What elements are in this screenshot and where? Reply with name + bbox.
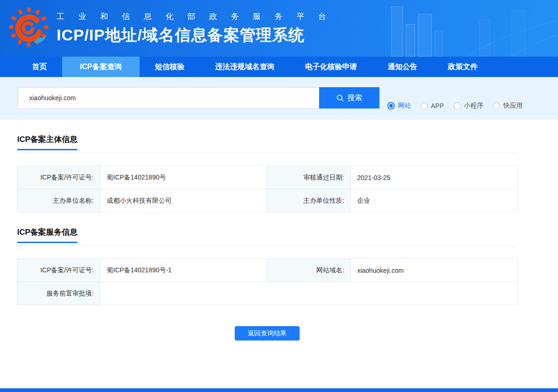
section-divider xyxy=(17,153,517,153)
field-label: 主办单位性质: xyxy=(267,189,351,212)
search-input[interactable] xyxy=(18,87,319,109)
main-nav: 首页 ICP备案查询 短信核验 违法违规域名查询 电子化核验申请 通知公告 政策… xyxy=(0,57,558,77)
radio-unchecked-icon xyxy=(421,103,428,109)
radio-checked-icon xyxy=(387,102,395,109)
field-value: 2021-03-25 xyxy=(351,166,518,189)
nav-item-illegal-domain-query[interactable]: 违法违规域名查询 xyxy=(200,57,290,77)
field-value: 蜀ICP备14021890号 xyxy=(100,166,267,189)
field-label: ICP备案/许可证号: xyxy=(18,259,100,282)
icp-beian-page: 工业和信息化部政务服务平台 ICP/IP地址/域名信息备案管理系统 首页 ICP… xyxy=(0,0,558,392)
radio-app[interactable]: APP xyxy=(421,102,444,109)
nav-item-icp-query[interactable]: ICP备案查询 xyxy=(62,57,140,77)
section-divider xyxy=(17,245,517,246)
search-button-label: 搜索 xyxy=(347,93,362,103)
field-value: 蜀ICP备14021890号-1 xyxy=(100,259,267,282)
magnifier-icon xyxy=(336,94,344,102)
header-cityscape-decoration xyxy=(372,0,558,57)
nav-item-home[interactable]: 首页 xyxy=(17,57,62,77)
search-type-radio-group: 网站 APP 小程序 快应用 xyxy=(387,102,523,110)
nav-item-sms-verify[interactable]: 短信核验 xyxy=(140,57,200,77)
subject-info-table: ICP备案/许可证号: 蜀ICP备14021890号 审核通过日期: 2021-… xyxy=(17,166,517,212)
field-value: 成都小火科技有限公司 xyxy=(100,189,267,212)
footer-bar xyxy=(0,388,558,392)
page-title: ICP/IP地址/域名信息备案管理系统 xyxy=(57,25,340,46)
button-row: 返回查询结果 xyxy=(17,326,517,341)
radio-website[interactable]: 网站 xyxy=(387,102,411,110)
gear-e-logo-icon xyxy=(8,5,49,51)
nav-item-e-verify-apply[interactable]: 电子化核验申请 xyxy=(290,57,372,77)
back-to-results-button[interactable]: 返回查询结果 xyxy=(235,326,300,341)
field-value: xiaohuokeji.com xyxy=(351,259,518,282)
nav-item-policy-docs[interactable]: 政策文件 xyxy=(433,57,493,77)
subject-section-title: ICP备案主体信息 xyxy=(17,134,77,150)
ministry-slogan: 工业和信息化部政务服务平台 xyxy=(57,11,340,22)
radio-unchecked-icon xyxy=(493,103,500,109)
field-value xyxy=(100,282,518,305)
radio-unchecked-icon xyxy=(454,103,461,109)
radio-miniprogram[interactable]: 小程序 xyxy=(454,102,483,110)
search-section: 搜索 网站 APP 小程序 快应用 xyxy=(0,77,558,120)
field-label: 审核通过日期: xyxy=(267,166,351,189)
radio-quickapp[interactable]: 快应用 xyxy=(493,102,523,110)
site-header: 工业和信息化部政务服务平台 ICP/IP地址/域名信息备案管理系统 xyxy=(0,0,558,57)
subject-section-header: ICP备案主体信息 xyxy=(17,134,517,153)
field-label: 服务前置审批项: xyxy=(18,282,100,305)
search-button[interactable]: 搜索 xyxy=(319,87,379,109)
nav-item-notices[interactable]: 通知公告 xyxy=(372,57,433,77)
service-section-header: ICP备案服务信息 xyxy=(17,227,517,246)
field-label: 网站域名: xyxy=(267,259,351,282)
main-content: ICP备案主体信息 ICP备案/许可证号: 蜀ICP备14021890号 审核通… xyxy=(0,134,558,341)
service-section-title: ICP备案服务信息 xyxy=(17,227,77,243)
field-label: 主办单位名称: xyxy=(18,189,100,212)
service-info-table: ICP备案/许可证号: 蜀ICP备14021890号-1 网站域名: xiaoh… xyxy=(17,258,517,305)
field-label: ICP备案/许可证号: xyxy=(18,166,100,189)
field-value: 企业 xyxy=(351,189,518,212)
